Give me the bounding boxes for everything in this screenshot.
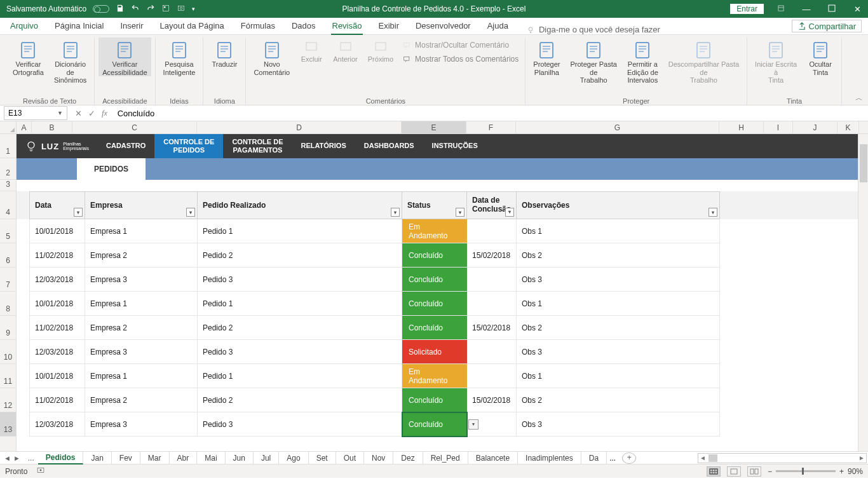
row-header-10[interactable]: 10 xyxy=(0,340,16,364)
menu-tab-revisão[interactable]: Revisão xyxy=(331,18,363,34)
row-header-9[interactable]: 9 xyxy=(0,316,16,340)
cell-empresa[interactable]: Empresa 2 xyxy=(85,388,198,412)
sheet-tab-jul[interactable]: Jul xyxy=(254,452,279,464)
col-header-G[interactable]: G xyxy=(516,121,719,133)
sheet-tab-nov[interactable]: Nov xyxy=(364,452,393,464)
cell-empresa[interactable]: Empresa 3 xyxy=(85,412,198,437)
ribbon-dicion-rio-de-sin-nimos[interactable]: DicionáriodeSinônimos xyxy=(50,37,90,85)
ribbon-pesquisa-inteligente[interactable]: PesquisaInteligente xyxy=(159,37,200,76)
sheet-tab-jan[interactable]: Jan xyxy=(83,452,111,464)
cell-data[interactable]: 12/03/2018 xyxy=(29,412,85,437)
cell-empresa[interactable]: Empresa 2 xyxy=(85,316,198,340)
sheet-next-icon[interactable]: ► xyxy=(13,454,20,462)
menu-tab-layout-da-página[interactable]: Layout da Página xyxy=(159,18,226,34)
ribbon-mostrar-ocultar-coment-rio[interactable]: Mostrar/Ocultar Comentário xyxy=(400,40,521,51)
ribbon-descompartilhar-pasta-de-trabalho[interactable]: Descompartilhar PastadeTrabalho xyxy=(665,37,743,85)
cell-data-conclusao[interactable] xyxy=(467,364,517,388)
accept-entry-icon[interactable]: ✓ xyxy=(88,109,95,118)
cell-empresa[interactable]: Empresa 3 xyxy=(85,268,198,292)
cell-observacoes[interactable]: Obs 3 xyxy=(517,340,720,364)
chevron-down-icon[interactable]: ▼ xyxy=(57,110,63,116)
filter-icon[interactable]: ▾ xyxy=(186,208,195,217)
sheet-tab-balancete[interactable]: Balancete xyxy=(468,452,518,464)
col-header-F[interactable]: F xyxy=(466,121,516,133)
tell-me[interactable]: Diga-me o que você deseja fazer xyxy=(526,25,660,34)
nav-cadastro[interactable]: CADASTRO xyxy=(97,134,154,158)
scroll-right-icon[interactable]: ► xyxy=(857,454,866,461)
sheet-tab-da[interactable]: Da xyxy=(581,452,607,464)
col-header-I[interactable]: I xyxy=(764,121,793,133)
cell-pedido[interactable]: Pedido 1 xyxy=(198,364,402,388)
cell-dropdown-icon[interactable]: ▾ xyxy=(468,419,478,430)
cancel-entry-icon[interactable]: ✕ xyxy=(75,109,82,118)
ribbon-verificar-ortografia[interactable]: VerificarOrtografia xyxy=(9,37,48,76)
cell-observacoes[interactable]: Obs 3 xyxy=(517,268,720,292)
add-sheet-icon[interactable]: + xyxy=(622,452,636,464)
cell-status[interactable]: Concluído xyxy=(402,388,467,412)
cell-data[interactable]: 10/01/2018 xyxy=(29,292,85,316)
cell-data-conclusao[interactable]: 15/02/2018 xyxy=(467,316,517,340)
cell-observacoes[interactable]: Obs 1 xyxy=(517,219,720,243)
horizontal-scrollbar[interactable]: ◄ ► xyxy=(698,453,867,463)
quickaccess-customize-icon[interactable]: ▾ xyxy=(192,6,195,12)
cell-data[interactable]: 11/02/2018 xyxy=(29,316,85,340)
ribbon-proteger-pasta-de-trabalho[interactable]: Proteger PastadeTrabalho xyxy=(567,37,621,85)
menu-tab-ajuda[interactable]: Ajuda xyxy=(486,18,510,34)
ribbon-novo-comentario[interactable]: NovoComentário xyxy=(250,37,294,76)
close-icon[interactable]: ✕ xyxy=(849,4,865,14)
view-page-layout-icon[interactable] xyxy=(727,466,741,477)
filter-icon[interactable]: ▾ xyxy=(74,208,83,217)
sheet-tab-set[interactable]: Set xyxy=(309,452,336,464)
sheet-prev-icon[interactable]: ◄ xyxy=(4,454,11,462)
ribbon-display-icon[interactable] xyxy=(773,4,789,15)
menu-tab-arquivo[interactable]: Arquivo xyxy=(9,18,39,34)
redo-icon[interactable] xyxy=(146,4,155,15)
col-header-C[interactable]: C xyxy=(72,121,197,133)
menu-tab-dados[interactable]: Dados xyxy=(290,18,317,34)
nav-controle-de[interactable]: CONTROLE DEPEDIDOS xyxy=(154,134,223,158)
filter-icon[interactable]: ▾ xyxy=(709,208,717,217)
cell-observacoes[interactable]: Obs 2 xyxy=(517,316,720,340)
view-page-break-icon[interactable] xyxy=(747,466,761,477)
cell-data[interactable]: 11/02/2018 xyxy=(29,243,85,268)
autosave-toggle[interactable] xyxy=(93,5,109,13)
zoom-slider[interactable] xyxy=(776,470,836,472)
minimize-icon[interactable]: — xyxy=(798,4,815,14)
zoom-value[interactable]: 90% xyxy=(848,467,863,476)
cell-empresa[interactable]: Empresa 3 xyxy=(85,340,198,364)
save-icon[interactable] xyxy=(116,4,125,15)
cell-data[interactable]: 10/01/2018 xyxy=(29,364,85,388)
ribbon-verificar-acessibilidade[interactable]: VerificarAcessibilidade xyxy=(98,37,151,76)
undo-icon[interactable] xyxy=(131,4,140,15)
cell-data-conclusao[interactable] xyxy=(467,340,517,364)
row-header-11[interactable]: 11 xyxy=(0,364,16,388)
nav-instru-es[interactable]: INSTRUÇÕES xyxy=(423,134,487,158)
cell-status[interactable]: Em Andamento xyxy=(402,219,467,243)
col-header-K[interactable]: K xyxy=(837,121,859,133)
th-empresa[interactable]: Empresa▾ xyxy=(85,191,198,219)
cell-status[interactable]: Concluído xyxy=(402,243,467,268)
select-all-corner[interactable] xyxy=(0,121,17,133)
row-header-5[interactable]: 5 xyxy=(0,219,16,243)
sheet-tab-mar[interactable]: Mar xyxy=(140,452,170,464)
cell-pedido[interactable]: Pedido 2 xyxy=(198,243,402,268)
row-header-1[interactable]: 1 xyxy=(0,134,16,158)
ribbon-proteger-planilha[interactable]: ProtegerPlanilha xyxy=(529,37,564,76)
nav-dashboards[interactable]: DASHBOARDS xyxy=(355,134,423,158)
collapse-ribbon-icon[interactable]: ︿ xyxy=(855,93,863,104)
cell-data-conclusao[interactable] xyxy=(467,292,517,316)
cell-data-conclusao[interactable] xyxy=(467,219,517,243)
sheet-tab-out[interactable]: Out xyxy=(336,452,364,464)
row-header-13[interactable]: 13 xyxy=(0,412,16,437)
ribbon-excluir[interactable]: Excluir xyxy=(296,37,327,64)
share-button[interactable]: Compartilhar xyxy=(792,20,862,32)
cell-data-conclusao[interactable] xyxy=(467,268,517,292)
nav-relat-rios[interactable]: RELATÓRIOS xyxy=(292,134,355,158)
cell-empresa[interactable]: Empresa 2 xyxy=(85,243,198,268)
row-header-12[interactable]: 12 xyxy=(0,388,16,412)
cell-pedido[interactable]: Pedido 3 xyxy=(198,412,402,437)
cell-pedido[interactable]: Pedido 1 xyxy=(198,292,402,316)
col-header-D[interactable]: D xyxy=(197,121,402,133)
col-header-E[interactable]: E xyxy=(402,121,466,133)
sheet-tab-jun[interactable]: Jun xyxy=(226,452,254,464)
